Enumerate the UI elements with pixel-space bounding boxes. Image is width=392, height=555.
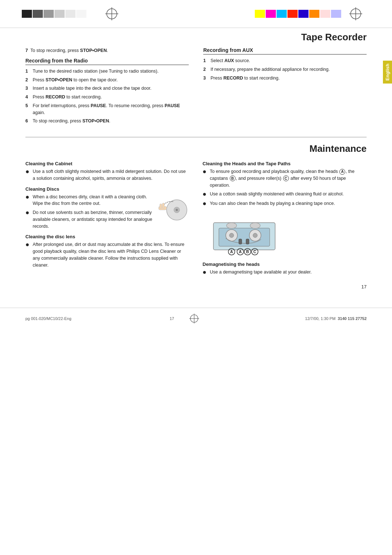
recording-radio-steps: 1 Tune to the desired radio station (see… [25,68,189,125]
page-footer: pg 001-020/MC10/22-Eng 17 12/7/00, 1:30 … [0,308,392,329]
cleaning-discs-item-1: ● When a disc becomes dirty, clean it wi… [25,194,153,207]
aux-step-text-1: Select AUX source. [211,57,367,64]
tape-recorder-title: Tape Recorder [25,32,367,43]
color-block-orange [309,10,319,18]
demagnetising-item-1: ● Use a demagnetising tape available at … [203,269,367,276]
color-block-1 [22,10,32,18]
color-block-3 [44,10,54,18]
color-block-yellow [255,10,265,18]
cleaning-heads-text-3: You can also clean the heads by playing … [210,200,335,207]
bullet-dot-7: ● [203,200,207,207]
aux-step-text-3: Press RECORD to start recording. [211,75,367,82]
radio-step-3: 3 Insert a suitable tape into the deck a… [25,85,189,92]
tape-diagram: A A B C [210,212,279,255]
product-code: 3140 115 27752 [338,316,367,321]
svg-point-8 [176,209,178,211]
color-blocks-right [255,10,341,18]
recording-radio-column: 7 To stop recording, press STOP•OPEN. Re… [25,47,189,128]
step-7-text: To stop recording, press STOP•OPEN. [30,48,108,53]
color-block-blue [298,10,309,18]
cleaning-heads-heading: Cleaning the Heads and the Tape Paths [203,161,367,166]
radio-step-2: 2 Press STOP•OPEN to open the tape door. [25,77,189,84]
cleaning-discs-text-2: Do not use solvents such as benzine, thi… [33,209,153,230]
step-text-5: For brief interruptions, press PAUSE. To… [33,102,189,116]
bullet-dot-6: ● [203,191,207,198]
label-A: A [339,169,345,175]
svg-text:A: A [239,250,242,254]
demagnetising-list: ● Use a demagnetising tape available at … [203,269,367,276]
cleaning-cabinet-text-1: Use a soft cloth slightly moistened with… [33,168,189,182]
stop-open-bold-pre: STOP•OPEN [80,48,107,53]
stop-open-bold-6: STOP•OPEN [82,118,109,123]
step-7-number: 7 [25,48,28,53]
svg-rect-11 [162,203,164,208]
section-divider [25,137,367,137]
radio-step-5: 5 For brief interruptions, press PAUSE. … [25,102,189,116]
cleaning-heads-list: ● To ensure good recording and playback … [203,168,367,207]
pause-bold-5a: PAUSE [91,103,106,108]
english-tab: English [383,61,392,84]
recording-aux-steps: 1 Select AUX source. 2 If necessary, pre… [203,57,367,81]
maintenance-left-col: Cleaning the Cabinet ● Use a soft cloth … [25,161,189,280]
color-block-4 [54,10,65,18]
svg-rect-10 [160,204,162,208]
bullet-dot-8: ● [203,269,207,276]
demagnetising-heading: Demagnetising the heads [203,262,367,267]
tape-diagram-container: A A B C [210,212,367,256]
maintenance-right-col: Cleaning the Heads and the Tape Paths ● … [203,161,367,280]
step-7-note: 7 To stop recording, press STOP•OPEN. [25,47,189,54]
color-block-6 [76,10,86,18]
svg-rect-19 [246,239,249,244]
svg-text:C: C [253,250,256,254]
recording-aux-heading: Recording from AUX [203,47,367,54]
disc-image [157,194,189,226]
cleaning-discs-content: ● When a disc becomes dirty, clean it wi… [25,194,189,234]
cleaning-discs-item-2: ● Do not use solvents such as benzine, t… [25,209,153,230]
footer-crosshair [189,313,200,324]
svg-point-28 [226,223,237,228]
demagnetising-text-1: Use a demagnetising tape available at yo… [210,269,312,276]
cleaning-cabinet-item-1: ● Use a soft cloth slightly moistened wi… [25,168,189,182]
footer-center-area: 17 [170,313,207,324]
bullet-dot-5: ● [203,168,207,189]
aux-step-2: 2 If necessary, prepare the additional a… [203,66,367,73]
radio-step-1: 1 Tune to the desired radio station (see… [25,68,189,75]
step-num-6: 6 [25,118,30,125]
radio-step-4: 4 Press RECORD to start recording. [25,94,189,101]
color-block-magenta [266,10,276,18]
cleaning-heads-item-2: ● Use a cotton swab slightly moistened w… [203,191,367,198]
svg-point-29 [250,223,260,228]
bullet-dot-4: ● [25,241,30,268]
svg-point-17 [253,233,257,238]
crosshair-left [105,7,119,21]
svg-text:B: B [246,250,249,254]
cleaning-disc-lens-text-1: After prolonged use, dirt or dust may ac… [33,241,189,268]
aux-bold-1: AUX [224,58,234,63]
recording-radio-heading: Recording from the Radio [25,58,189,65]
aux-step-num-2: 2 [203,66,208,73]
color-block-5 [65,10,75,18]
cleaning-heads-item-1: ● To ensure good recording and playback … [203,168,367,189]
footer-right-date: 12/7/00, 1:30 PM 3140 115 27752 [305,316,367,321]
radio-step-6: 6 To stop recording, press STOP•OPEN. [25,118,189,125]
stop-open-bold-2: STOP•OPEN [45,77,72,82]
step-text-3: Insert a suitable tape into the deck and… [33,85,189,92]
color-block-pink [320,10,330,18]
cleaning-disc-lens-heading: Cleaning the disc lens [25,234,189,239]
cleaning-disc-lens-item-1: ● After prolonged use, dirt or dust may … [25,241,189,268]
top-color-bar [0,0,392,28]
svg-rect-18 [239,239,242,244]
color-block-lightblue [331,10,341,18]
cleaning-discs-heading: Cleaning Discs [25,186,189,192]
pause-bold-5b: PAUSE [165,103,180,108]
step-num-5: 5 [25,102,30,116]
label-B: B [230,175,236,181]
step-num-4: 4 [25,94,30,101]
tape-recorder-content: 7 To stop recording, press STOP•OPEN. Re… [25,47,367,128]
maintenance-title: Maintenance [25,143,367,154]
step-num-1: 1 [25,68,30,75]
aux-step-num-3: 3 [203,75,208,82]
step-text-4: Press RECORD to start recording. [33,94,189,101]
step-text-6: To stop recording, press STOP•OPEN. [33,118,189,125]
svg-text:A: A [230,250,233,254]
